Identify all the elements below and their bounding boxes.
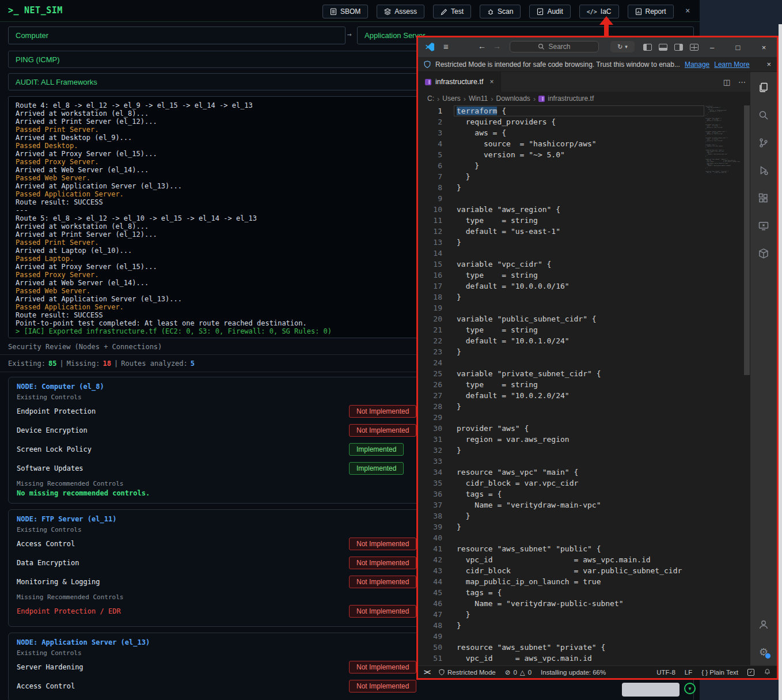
tab-infrastructure-tf[interactable]: infrastructure.tf ×: [418, 72, 501, 92]
search-input[interactable]: Search: [510, 41, 599, 52]
code-line: 33: [418, 456, 750, 467]
scrollbar-thumb[interactable]: [744, 105, 750, 375]
encoding-status[interactable]: UTF-8: [656, 669, 675, 676]
routes-label: Routes analyzed:: [121, 360, 188, 368]
assess-button[interactable]: Assess: [377, 5, 424, 18]
terminal-prompt-icon: >_: [8, 5, 19, 16]
line-number: 3: [418, 127, 442, 138]
back-icon[interactable]: ←: [478, 41, 486, 51]
breadcrumb-item[interactable]: infrastructure.tf: [538, 94, 594, 103]
forward-icon[interactable]: →: [493, 41, 501, 51]
vscode-window: ≡ ← → Search ↻ ▾ – □ ×: [416, 36, 779, 680]
layers-icon: [384, 8, 391, 16]
more-actions-icon[interactable]: ⋯: [738, 78, 746, 86]
run-debug-icon[interactable]: [757, 164, 770, 177]
language-mode-status[interactable]: { } Plain Text: [701, 669, 738, 676]
breadcrumb-item[interactable]: Downloads: [496, 94, 530, 103]
banner-close-icon[interactable]: ×: [766, 60, 771, 69]
code-line: 11 type = string: [418, 215, 750, 226]
source-node-select[interactable]: Computer: [8, 27, 346, 44]
netsim-close-icon[interactable]: ×: [685, 6, 690, 15]
line-number: 50: [418, 642, 442, 653]
toggle-sidebar-icon[interactable]: [643, 44, 652, 51]
code-text: }: [442, 401, 461, 412]
extensions-icon[interactable]: [757, 192, 770, 205]
explorer-icon[interactable]: [757, 81, 770, 94]
document-icon: [330, 8, 337, 16]
control-status-badge: Not Implemented: [349, 605, 416, 618]
code-text: [442, 302, 457, 313]
code-text: default = "10.0.0.0/16": [442, 281, 570, 292]
editor-scrollbar: [743, 105, 750, 665]
minimap[interactable]: terraform { required_providers { aws = {…: [705, 105, 743, 192]
close-icon[interactable]: ×: [751, 37, 777, 57]
menu-icon[interactable]: ≡: [443, 41, 449, 51]
learn-more-link[interactable]: Learn More: [714, 60, 749, 69]
maximize-icon[interactable]: □: [725, 37, 751, 57]
customize-layout-icon[interactable]: [690, 44, 699, 51]
code-text: cidr_block = var.vpc_cidr: [442, 478, 578, 489]
scan-button[interactable]: Scan: [480, 5, 521, 18]
control-name: Access Control: [17, 540, 75, 548]
sbom-button[interactable]: SBOM: [322, 5, 368, 18]
errors-count: 0: [513, 669, 517, 676]
tab-close-icon[interactable]: ×: [489, 78, 494, 86]
breadcrumb-item[interactable]: Win11: [469, 94, 488, 103]
restricted-mode-status[interactable]: Restricted Mode: [439, 669, 496, 676]
code-line: 3 aws = {: [418, 127, 750, 138]
toggle-panel-icon[interactable]: [659, 44, 667, 51]
search-sidebar-icon[interactable]: [757, 109, 770, 122]
notifications-bell-icon[interactable]: [764, 668, 771, 676]
test-button[interactable]: Test: [433, 5, 471, 18]
code-line: 34resource "aws_vpc" "main" {: [418, 467, 750, 478]
code-line: 13}: [418, 237, 750, 248]
code-text: [442, 532, 457, 543]
audit-button[interactable]: Audit: [529, 5, 570, 18]
update-status[interactable]: Installing update: 66%: [541, 669, 606, 676]
banner-text: Restricted Mode is intended for safe cod…: [435, 60, 680, 69]
code-text: }: [442, 182, 461, 193]
check-square-icon[interactable]: ✓: [747, 669, 754, 676]
button-label: Scan: [498, 7, 513, 16]
code-text: }: [442, 237, 461, 248]
sync-dropdown-button[interactable]: ↻ ▾: [610, 41, 635, 52]
code-line: 48}: [418, 620, 750, 631]
line-number: 28: [418, 401, 442, 412]
manage-link[interactable]: Manage: [685, 60, 709, 69]
annotation-arrow-shaft: [604, 24, 609, 37]
remote-explorer-icon[interactable]: [757, 220, 770, 232]
code-line: 8}: [418, 182, 750, 193]
code-text: resource "aws_vpc" "main" {: [442, 467, 578, 478]
report-document-icon: [635, 8, 642, 16]
account-icon[interactable]: [757, 618, 770, 631]
restricted-mode-banner: Restricted Mode is intended for safe cod…: [418, 57, 777, 72]
split-editor-icon[interactable]: ◫: [723, 78, 730, 86]
problems-status[interactable]: ⊘ 0 △ 0: [505, 668, 532, 676]
settings-gear-icon[interactable]: ⚙: [757, 646, 770, 659]
source-control-icon[interactable]: [757, 137, 770, 149]
breadcrumb-item[interactable]: Users: [442, 94, 460, 103]
line-number: 49: [418, 631, 442, 642]
remote-indicator[interactable]: ><: [424, 668, 430, 676]
code-text: region = var.aws_region: [442, 434, 570, 445]
line-number: 23: [418, 346, 442, 357]
control-status-badge: Not Implemented: [349, 661, 416, 673]
code-line: 40: [418, 532, 750, 543]
route-arrow-icon: →: [347, 30, 352, 39]
code-line: 24: [418, 357, 750, 368]
line-number: 48: [418, 620, 442, 631]
package-icon[interactable]: [757, 247, 770, 260]
missing-value: 18: [103, 360, 111, 368]
toggle-secondary-sidebar-icon[interactable]: [674, 44, 683, 51]
code-line: 5 version = "~> 5.0": [418, 149, 750, 160]
breadcrumb-item[interactable]: C:: [427, 94, 434, 103]
chevron-down-icon: ▾: [625, 44, 628, 50]
code-editor[interactable]: 1terraform {2 required_providers {3 aws …: [418, 105, 750, 665]
stats-separator: |: [114, 360, 118, 368]
report-button[interactable]: Report: [628, 5, 674, 18]
scroll-down-button[interactable]: ▼: [684, 683, 696, 694]
code-icon: </>: [587, 9, 597, 15]
eol-status[interactable]: LF: [685, 669, 692, 676]
minimize-icon[interactable]: –: [699, 37, 725, 57]
line-number: 15: [418, 259, 442, 270]
